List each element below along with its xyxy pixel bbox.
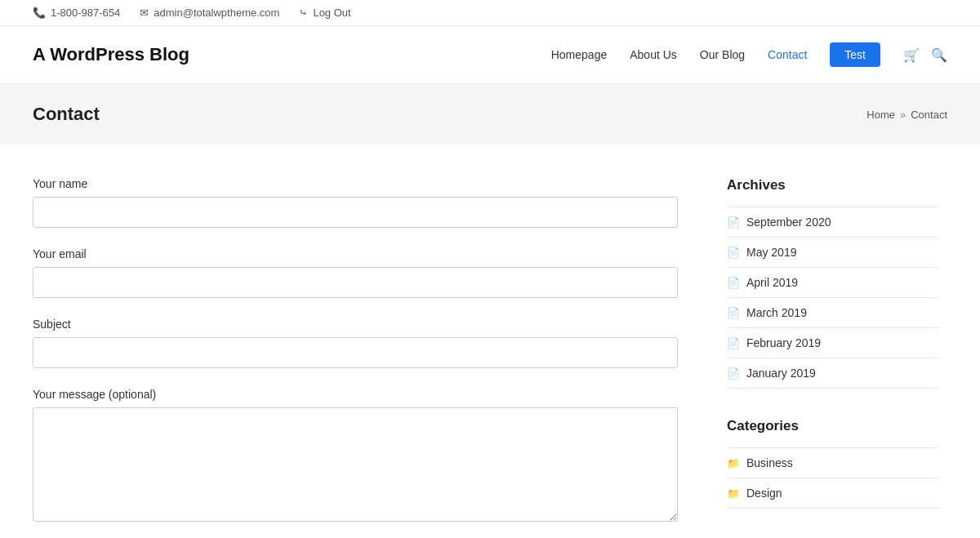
- logout-label: Log Out: [313, 7, 350, 19]
- nav-icons: 🛒 🔍: [903, 47, 947, 63]
- subject-field-group: Subject: [33, 318, 678, 368]
- archive-item-label: May 2019: [746, 246, 796, 259]
- contact-form: Your name Your email Subject Your messag…: [33, 177, 678, 538]
- email-input[interactable]: [33, 267, 678, 298]
- subject-label: Subject: [33, 318, 678, 331]
- file-icon: 📄: [727, 307, 740, 319]
- site-title: A WordPress Blog: [33, 44, 189, 65]
- categories-section: Categories 📁 Business 📁 Design: [727, 418, 939, 509]
- subject-input[interactable]: [33, 337, 678, 368]
- message-field-group: Your message (optional): [33, 388, 678, 524]
- file-icon: 📄: [727, 367, 740, 380]
- phone-item: 📞 1-800-987-654: [33, 7, 120, 19]
- logout-icon: ⤷: [299, 7, 308, 19]
- categories-list: 📁 Business 📁 Design: [727, 447, 939, 509]
- archives-section: Archives 📄 September 2020 📄 May 2019 📄 A…: [727, 177, 939, 389]
- breadcrumb-separator: »: [900, 109, 906, 121]
- email-icon: ✉: [140, 7, 149, 19]
- phone-icon: 📞: [33, 7, 46, 19]
- nav-about-us[interactable]: About Us: [630, 48, 677, 61]
- message-label: Your message (optional): [33, 388, 678, 401]
- site-header: A WordPress Blog Homepage About Us Our B…: [0, 26, 980, 84]
- file-icon: 📄: [727, 277, 740, 289]
- archive-item-label: September 2020: [746, 216, 831, 229]
- email-field-group: Your email: [33, 247, 678, 298]
- file-icon: 📄: [727, 247, 740, 259]
- message-textarea[interactable]: [33, 407, 678, 522]
- category-item-label: Design: [746, 487, 782, 500]
- main-nav: Homepage About Us Our Blog Contact Test …: [551, 42, 947, 67]
- email-item: ✉ admin@totalwptheme.com: [140, 7, 279, 19]
- archives-title: Archives: [727, 177, 939, 193]
- top-bar: 📞 1-800-987-654 ✉ admin@totalwptheme.com…: [0, 0, 980, 26]
- nav-our-blog[interactable]: Our Blog: [700, 48, 745, 61]
- list-item[interactable]: 📄 September 2020: [727, 207, 939, 238]
- page-title: Contact: [33, 104, 100, 125]
- main-layout: Your name Your email Subject Your messag…: [0, 145, 980, 538]
- email-label: Your email: [33, 247, 678, 260]
- archive-item-label: April 2019: [746, 276, 798, 289]
- breadcrumb-home[interactable]: Home: [866, 109, 895, 121]
- archive-item-label: January 2019: [746, 367, 816, 380]
- breadcrumb-current: Contact: [911, 109, 947, 121]
- list-item[interactable]: 📁 Business: [727, 447, 939, 478]
- logout-item[interactable]: ⤷ Log Out: [299, 7, 350, 19]
- list-item[interactable]: 📄 March 2019: [727, 298, 939, 328]
- list-item[interactable]: 📄 May 2019: [727, 238, 939, 268]
- email-address: admin@totalwptheme.com: [154, 7, 279, 19]
- folder-icon: 📁: [727, 487, 740, 500]
- nav-homepage[interactable]: Homepage: [551, 48, 608, 61]
- archive-item-label: February 2019: [746, 336, 821, 349]
- phone-number: 1-800-987-654: [51, 7, 120, 19]
- sidebar: Archives 📄 September 2020 📄 May 2019 📄 A…: [727, 177, 939, 538]
- nav-contact[interactable]: Contact: [768, 48, 807, 61]
- name-field-group: Your name: [33, 177, 678, 228]
- list-item[interactable]: 📄 April 2019: [727, 268, 939, 298]
- folder-icon: 📁: [727, 457, 740, 469]
- cart-icon[interactable]: 🛒: [903, 47, 920, 63]
- file-icon: 📄: [727, 337, 740, 349]
- search-icon[interactable]: 🔍: [931, 47, 947, 63]
- category-item-label: Business: [746, 456, 793, 469]
- name-label: Your name: [33, 177, 678, 190]
- file-icon: 📄: [727, 216, 740, 229]
- archive-item-label: March 2019: [746, 306, 807, 319]
- categories-title: Categories: [727, 418, 939, 434]
- breadcrumb-section: Contact Home » Contact: [0, 84, 980, 145]
- list-item[interactable]: 📁 Design: [727, 478, 939, 509]
- name-input[interactable]: [33, 197, 678, 228]
- archives-list: 📄 September 2020 📄 May 2019 📄 April 2019…: [727, 207, 939, 389]
- list-item[interactable]: 📄 January 2019: [727, 358, 939, 389]
- list-item[interactable]: 📄 February 2019: [727, 328, 939, 358]
- breadcrumb: Home » Contact: [866, 109, 947, 121]
- nav-test-button[interactable]: Test: [830, 42, 880, 67]
